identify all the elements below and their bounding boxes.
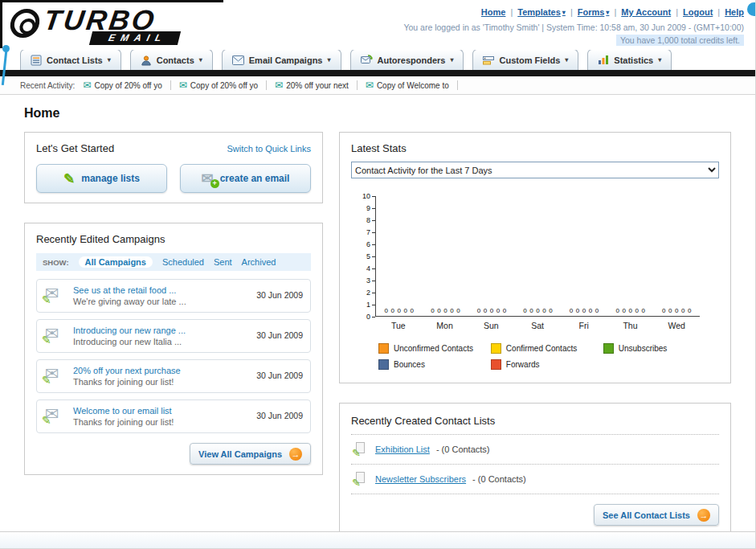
- recent-activity-label: Recent Activity:: [20, 81, 75, 90]
- recent-activity-item[interactable]: ✉Copy of 20% off yo: [83, 80, 170, 90]
- legend-swatch: [491, 343, 501, 354]
- chart-bar: 0: [403, 308, 408, 316]
- chart-bar: 0: [615, 308, 620, 316]
- header-link-logout[interactable]: Logout: [683, 7, 713, 17]
- header-link-home[interactable]: Home: [481, 7, 506, 17]
- view-all-campaigns-button[interactable]: View All Campaigns →: [190, 443, 311, 465]
- chart-bar-group: 00000: [561, 196, 607, 316]
- filter-tab-sent[interactable]: Sent: [214, 257, 232, 267]
- get-started-panel: Let's Get Started Switch to Quick Links …: [24, 132, 323, 203]
- campaign-edit-icon: ✉✎: [44, 326, 65, 345]
- chart-bar: 0: [628, 308, 633, 316]
- switch-quick-links[interactable]: Switch to Quick Links: [227, 144, 311, 154]
- nav-tab-contacts[interactable]: Contacts ▾: [130, 49, 213, 70]
- envelope-icon: ✉: [366, 80, 374, 90]
- header-links: Home| Templates▾| Forms▾| My Account| Lo…: [481, 7, 744, 17]
- filter-tab-scheduled[interactable]: Scheduled: [162, 257, 204, 267]
- chart-bar: 0: [483, 308, 488, 316]
- campaign-subtitle: Thanks for joining our list!: [73, 417, 248, 427]
- chart-bar-group: 00000: [653, 196, 700, 316]
- chart-bar: 0: [687, 308, 692, 316]
- chart-bar: 0: [384, 308, 389, 316]
- envelope-plus-icon: ✉+: [202, 171, 214, 186]
- header-link-my-account[interactable]: My Account: [621, 7, 671, 17]
- see-all-contact-lists-button[interactable]: See All Contact Lists →: [594, 504, 719, 526]
- chevron-down-icon: ▾: [327, 56, 330, 64]
- chevron-down-icon: ▾: [108, 56, 111, 64]
- campaign-subtitle: Thanks for joining our list!: [73, 377, 248, 387]
- header-right: Home| Templates▾| Forms▾| My Account| Lo…: [403, 4, 744, 47]
- recent-activity-bar: Recent Activity: ✉Copy of 20% off yo ✉Co…: [0, 76, 755, 95]
- contacts-icon: [141, 55, 152, 66]
- stats-range-select[interactable]: Contact Activity for the Last 7 Days: [351, 162, 719, 178]
- envelope-icon: ✉: [275, 80, 283, 90]
- campaign-row: ✉✎ Welcome to our email listThanks for j…: [36, 399, 311, 433]
- app-logo: TURBO EMAIL: [0, 0, 223, 48]
- envelope-icon: ✉: [83, 80, 91, 90]
- chart-bar: 0: [397, 308, 402, 316]
- campaign-row: ✉✎ 20% off your next purchaseThanks for …: [36, 359, 311, 393]
- header-link-templates[interactable]: Templates▾: [517, 7, 566, 17]
- nav-tab-contact-lists[interactable]: Contact Lists ▾: [20, 49, 121, 70]
- list-item: ✎ Exhibition List - (0 Contacts): [351, 435, 719, 465]
- logo-text-main: TURBO: [42, 6, 181, 35]
- nav-tab-custom-fields[interactable]: Custom Fields ▾: [472, 49, 578, 70]
- recent-activity-item[interactable]: ✉Copy of Welcome to: [366, 80, 458, 90]
- chart-bar: 0: [523, 308, 528, 316]
- manage-lists-button[interactable]: ✎ manage lists: [36, 164, 167, 193]
- chart-bar: 0: [595, 308, 599, 316]
- campaign-date: 30 Jun 2009: [256, 371, 303, 380]
- chart-bar: 0: [542, 308, 547, 316]
- campaign-title-link[interactable]: 20% off your next purchase: [73, 366, 248, 375]
- chart-bar-group: 00000: [468, 196, 515, 316]
- contact-list-link[interactable]: Newsletter Subscribers: [375, 474, 466, 484]
- chart-bar: 0: [476, 308, 481, 316]
- legend-swatch: [603, 343, 614, 354]
- header-link-help[interactable]: Help: [725, 7, 744, 17]
- nav-tab-statistics[interactable]: Statistics ▾: [587, 49, 672, 70]
- show-label: SHOW:: [43, 258, 69, 267]
- nav-tab-email-campaigns[interactable]: Email Campaigns ▾: [222, 49, 341, 70]
- chart-bar: 0: [502, 308, 507, 316]
- legend-item: Bounces: [378, 359, 491, 370]
- chart-bar: 0: [410, 308, 415, 316]
- contact-list-count: - (0 Contacts): [472, 474, 526, 484]
- filter-tab-all-campaigns[interactable]: All Campaigns: [79, 256, 153, 268]
- chart-bar: 0: [575, 308, 580, 316]
- chart-bar-group: 00000: [607, 196, 654, 316]
- recent-activity-item[interactable]: ✉Copy of 20% off yo: [179, 80, 267, 90]
- campaign-date: 30 Jun 2009: [256, 290, 303, 300]
- chart-bar: 0: [436, 308, 441, 316]
- legend-swatch: [378, 359, 389, 370]
- nav-tab-autoresponders[interactable]: Autoresponders ▾: [350, 49, 464, 70]
- chart-bar: 0: [674, 308, 679, 316]
- chart-bar: 0: [529, 308, 534, 316]
- x-axis-label: Mon: [422, 321, 468, 330]
- envelope-icon: ✉: [179, 80, 187, 90]
- x-axis-label: Sat: [514, 321, 561, 330]
- filter-tab-archived[interactable]: Archived: [242, 257, 276, 267]
- chart-bar: 0: [582, 308, 586, 316]
- chart-bar-group: 00000: [423, 196, 469, 316]
- legend-item: Confirmed Contacts: [491, 343, 603, 354]
- chart-bar: 0: [661, 308, 666, 316]
- chart-bar: 0: [641, 308, 646, 316]
- contact-list-link[interactable]: Exhibition List: [375, 445, 430, 454]
- create-email-button[interactable]: ✉+ create an email: [180, 164, 311, 193]
- edit-list-icon: ✎: [353, 442, 369, 457]
- campaign-title-link[interactable]: Introducing our new range ...: [73, 326, 248, 335]
- campaign-title-link[interactable]: See us at the retail food ...: [73, 285, 248, 295]
- chart-bar: 0: [496, 308, 501, 316]
- custom-fields-icon: [483, 55, 494, 65]
- legend-item: Unsubscribes: [603, 343, 716, 354]
- recent-contact-lists-panel: Recently Created Contact Lists ✎ Exhibit…: [339, 403, 731, 536]
- chart-bar: 0: [549, 308, 554, 316]
- x-axis-label: Tue: [375, 321, 422, 330]
- logo-text-sub: EMAIL: [89, 31, 182, 45]
- statistics-icon: [598, 55, 609, 65]
- chart-bar: 0: [622, 308, 627, 316]
- latest-stats-panel: Latest Stats Contact Activity for the La…: [339, 132, 731, 383]
- recent-activity-item[interactable]: ✉20% off your next: [275, 80, 358, 90]
- header-link-forms[interactable]: Forms▾: [578, 7, 610, 17]
- campaign-title-link[interactable]: Welcome to our email list: [73, 406, 248, 416]
